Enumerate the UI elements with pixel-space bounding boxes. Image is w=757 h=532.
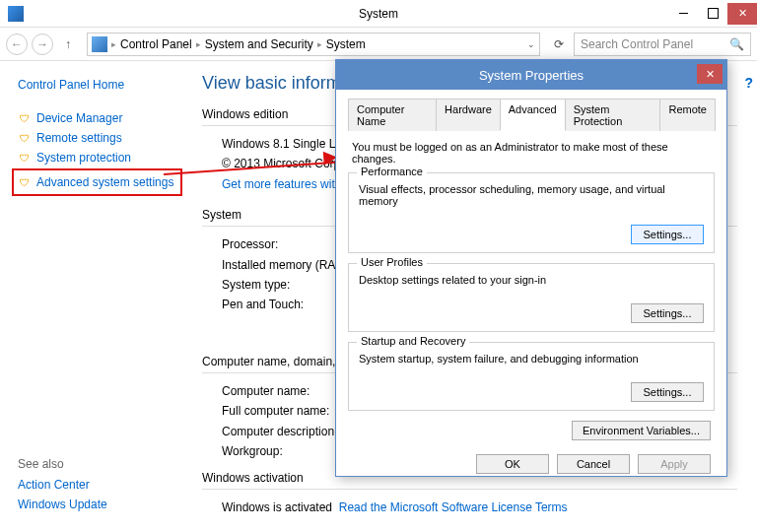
address-bar[interactable]: ▸ Control Panel ▸ System and Security ▸ … xyxy=(87,33,540,56)
cancel-button[interactable]: Cancel xyxy=(557,454,630,474)
user-profiles-legend: User Profiles xyxy=(357,256,427,268)
ok-button[interactable]: OK xyxy=(476,454,549,474)
tab-hardware[interactable]: Hardware xyxy=(436,99,501,131)
see-also-header: See also xyxy=(18,457,182,471)
system-icon xyxy=(8,6,24,22)
sidebar-item-windows-update[interactable]: Windows Update xyxy=(18,495,182,514)
chevron-right-icon: ▸ xyxy=(317,39,322,49)
back-button[interactable]: ← xyxy=(6,33,28,55)
search-input[interactable]: Search Control Panel 🔍 xyxy=(574,33,751,56)
performance-settings-button[interactable]: Settings... xyxy=(631,225,704,244)
tab-remote[interactable]: Remote xyxy=(659,99,716,131)
up-button[interactable]: ↑ xyxy=(57,33,79,55)
maximize-button[interactable] xyxy=(698,3,727,25)
sidebar-item-device-manager[interactable]: 🛡Device Manager xyxy=(18,108,182,128)
apply-button[interactable]: Apply xyxy=(638,454,711,474)
sidebar-item-remote-settings[interactable]: 🛡Remote settings xyxy=(18,128,182,148)
performance-desc: Visual effects, processor scheduling, me… xyxy=(359,183,704,207)
shield-icon: 🛡 xyxy=(18,175,32,189)
chevron-right-icon: ▸ xyxy=(196,39,201,49)
sidebar-item-system-protection[interactable]: 🛡System protection xyxy=(18,148,182,167)
shield-icon: 🛡 xyxy=(18,151,32,165)
chevron-right-icon: ▸ xyxy=(111,39,116,49)
tab-computer-name[interactable]: Computer Name xyxy=(348,99,437,131)
license-terms-link[interactable]: Read the Microsoft Software License Term… xyxy=(339,500,568,514)
computer-icon xyxy=(92,36,107,52)
startup-recovery-desc: System startup, system failure, and debu… xyxy=(359,353,704,365)
close-button[interactable] xyxy=(727,3,757,25)
tab-advanced[interactable]: Advanced xyxy=(500,99,566,131)
shield-icon: 🛡 xyxy=(18,131,32,145)
search-placeholder: Search Control Panel xyxy=(581,37,693,51)
sidebar-item-advanced-system-settings[interactable]: 🛡Advanced system settings xyxy=(18,172,176,192)
navigation-bar: ← → ↑ ▸ Control Panel ▸ System and Secur… xyxy=(0,28,757,61)
control-panel-home-link[interactable]: Control Panel Home xyxy=(18,75,182,95)
breadcrumb-item[interactable]: System and Security xyxy=(205,37,313,51)
highlight-annotation: 🛡Advanced system settings xyxy=(12,168,182,196)
forward-button[interactable]: → xyxy=(32,33,53,55)
refresh-button[interactable]: ⟳ xyxy=(548,33,570,55)
dialog-tabs: Computer Name Hardware Advanced System P… xyxy=(348,98,715,131)
dialog-close-button[interactable]: ✕ xyxy=(697,64,723,84)
system-properties-dialog: System Properties ✕ Computer Name Hardwa… xyxy=(335,59,727,477)
breadcrumb-item[interactable]: System xyxy=(326,37,366,51)
search-icon: 🔍 xyxy=(729,37,744,51)
window-titlebar: System xyxy=(0,0,757,28)
activation-status: Windows is activated xyxy=(222,500,332,514)
tab-system-protection[interactable]: System Protection xyxy=(565,99,661,131)
performance-group: Performance Visual effects, processor sc… xyxy=(348,172,715,253)
environment-variables-button[interactable]: Environment Variables... xyxy=(572,421,711,440)
startup-recovery-legend: Startup and Recovery xyxy=(357,335,469,347)
window-title: System xyxy=(359,7,398,21)
startup-recovery-group: Startup and Recovery System startup, sys… xyxy=(348,342,715,411)
user-profiles-group: User Profiles Desktop settings related t… xyxy=(348,263,715,332)
breadcrumb-item[interactable]: Control Panel xyxy=(120,37,192,51)
shield-icon: 🛡 xyxy=(18,111,32,125)
minimize-button[interactable] xyxy=(668,3,698,25)
sidebar: Control Panel Home 🛡Device Manager 🛡Remo… xyxy=(0,61,192,532)
help-icon[interactable]: ? xyxy=(744,75,753,91)
performance-legend: Performance xyxy=(357,166,427,177)
user-profiles-settings-button[interactable]: Settings... xyxy=(631,303,704,323)
user-profiles-desc: Desktop settings related to your sign-in xyxy=(359,274,704,286)
sidebar-item-action-center[interactable]: Action Center xyxy=(18,475,182,495)
dialog-title: System Properties xyxy=(479,68,584,83)
dialog-titlebar[interactable]: System Properties ✕ xyxy=(336,60,726,90)
chevron-down-icon[interactable]: ⌄ xyxy=(527,39,535,49)
startup-recovery-settings-button[interactable]: Settings... xyxy=(631,382,704,402)
